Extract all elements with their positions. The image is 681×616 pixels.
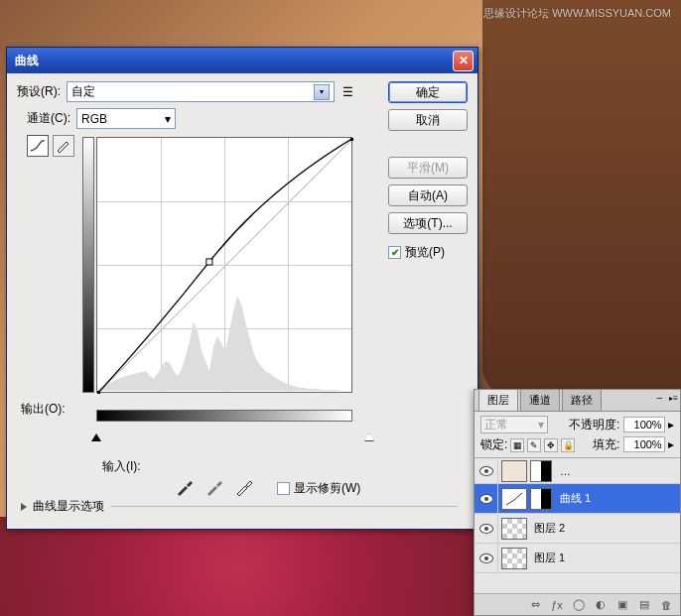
link-layers-icon[interactable]: ⇔: [527, 597, 543, 613]
dialog-titlebar[interactable]: 曲线 ✕: [7, 48, 477, 73]
curve-grid[interactable]: [96, 137, 352, 393]
layer-mask-icon[interactable]: ◯: [571, 597, 587, 613]
new-layer-icon[interactable]: ▤: [636, 597, 652, 613]
lock-transparency-icon[interactable]: ▦: [510, 438, 524, 452]
panel-minimize-icon[interactable]: –: [656, 392, 662, 403]
layer-row[interactable]: …: [475, 458, 680, 484]
visibility-toggle[interactable]: [475, 458, 498, 483]
layer-style-icon[interactable]: ƒx: [549, 597, 565, 613]
eye-icon: [479, 466, 493, 476]
dialog-title: 曲线: [11, 53, 453, 69]
opacity-field[interactable]: 100%: [623, 417, 665, 432]
lock-label: 锁定:: [480, 436, 507, 453]
svg-rect-2: [206, 259, 212, 265]
layer-mask-thumbnail: [530, 460, 552, 482]
chevron-down-icon: ▾: [314, 84, 330, 100]
delete-layer-icon[interactable]: 🗑: [658, 597, 674, 613]
panel-menu-icon[interactable]: ▸≡: [669, 394, 678, 403]
curve-pencil-tool[interactable]: [53, 135, 74, 157]
blend-mode-select[interactable]: 正常▾: [480, 416, 548, 433]
preset-value: 自定: [71, 83, 95, 100]
preview-label: 预览(P): [405, 244, 445, 261]
tab-channels[interactable]: 通道: [520, 389, 560, 411]
panel-footer: ⇔ ƒx ◯ ◐ ▣ ▤ 🗑: [475, 593, 680, 615]
layers-panel: 图层 通道 路径 – ▸≡ 正常▾ 不透明度: 100% ▸ 锁定: ▦ ✎ ✥…: [474, 389, 681, 616]
eye-icon: [479, 524, 493, 534]
output-gradient: [82, 137, 94, 393]
fill-label: 填充:: [593, 437, 619, 451]
svg-rect-1: [97, 391, 100, 394]
show-clipping-label: 显示修剪(W): [294, 480, 360, 497]
lock-all-icon[interactable]: 🔒: [561, 438, 575, 452]
close-button[interactable]: ✕: [453, 51, 474, 71]
options-button[interactable]: 选项(T)...: [388, 212, 468, 234]
layer-mask-thumbnail: [530, 488, 552, 510]
cancel-button[interactable]: 取消: [388, 109, 468, 131]
fill-field[interactable]: 100%: [623, 436, 665, 452]
layer-row[interactable]: 图层 2: [475, 514, 680, 544]
curve-point-tool[interactable]: [27, 135, 49, 157]
opacity-label: 不透明度:: [569, 418, 619, 431]
curve-line: [97, 138, 353, 394]
output-label: 输出(O):: [21, 401, 66, 418]
layer-name: 图层 1: [530, 551, 680, 565]
watermark-text: 思缘设计论坛 WWW.MISSYUAN.COM: [483, 6, 671, 21]
disclosure-label: 曲线显示选项: [33, 498, 104, 515]
preset-menu-icon[interactable]: ☰: [342, 85, 353, 99]
auto-button[interactable]: 自动(A): [388, 185, 468, 206]
channel-select[interactable]: RGB ▾: [76, 108, 176, 129]
layer-name: 曲线 1: [556, 491, 680, 506]
layer-name: …: [556, 465, 680, 477]
eyedropper-group: [176, 478, 253, 496]
adjustment-layer-icon[interactable]: ◐: [593, 597, 609, 613]
channel-label: 通道(C):: [27, 110, 70, 127]
visibility-toggle[interactable]: [475, 544, 498, 572]
pencil-icon: [56, 139, 71, 153]
curves-dialog: 曲线 ✕ 预设(R): 自定 ▾ ☰ 通道(C): RGB ▾: [6, 47, 478, 530]
chevron-down-icon: ▾: [165, 112, 171, 126]
svg-rect-3: [350, 138, 353, 141]
layer-row[interactable]: 图层 1: [475, 544, 680, 573]
disclosure-toggle[interactable]: [21, 503, 27, 511]
preview-checkbox[interactable]: ✔: [388, 246, 401, 259]
visibility-toggle[interactable]: [475, 484, 498, 513]
lock-position-icon[interactable]: ✥: [544, 438, 558, 452]
svg-line-0: [97, 138, 353, 394]
divider: [110, 506, 458, 507]
ok-button[interactable]: 确定: [388, 81, 468, 103]
curve-editor[interactable]: [96, 137, 369, 420]
new-group-icon[interactable]: ▣: [614, 597, 630, 613]
black-point-slider[interactable]: [91, 433, 101, 441]
layer-thumbnail: [501, 548, 527, 569]
layer-thumbnail: [501, 518, 527, 540]
chevron-right-icon[interactable]: ▸: [668, 437, 674, 451]
layer-row[interactable]: 曲线 1: [475, 484, 680, 514]
show-clipping-checkbox[interactable]: [277, 482, 290, 495]
lock-pixels-icon[interactable]: ✎: [527, 438, 541, 452]
channel-value: RGB: [81, 112, 107, 126]
chevron-down-icon: ▾: [538, 418, 544, 431]
chevron-right-icon[interactable]: ▸: [668, 418, 674, 431]
white-point-slider[interactable]: [364, 433, 374, 441]
eye-icon: [479, 494, 493, 504]
input-label: 输入(I):: [102, 458, 141, 475]
black-eyedropper-icon[interactable]: [176, 478, 194, 496]
layer-name: 图层 2: [530, 521, 680, 536]
curve-icon: [30, 139, 46, 153]
eye-icon: [479, 554, 493, 563]
preset-label: 预设(R):: [17, 83, 61, 100]
tab-layers[interactable]: 图层: [478, 389, 518, 411]
smooth-button: 平滑(M): [388, 157, 468, 179]
layer-thumbnail: [501, 460, 527, 482]
white-eyedropper-icon[interactable]: [235, 478, 253, 496]
gray-eyedropper-icon[interactable]: [205, 478, 223, 496]
adjustment-thumbnail: [501, 488, 527, 510]
tab-paths[interactable]: 路径: [562, 389, 602, 411]
dialog-body: 预设(R): 自定 ▾ ☰ 通道(C): RGB ▾: [7, 73, 477, 529]
input-gradient: [96, 410, 352, 422]
layer-list: … 曲线 1 图层 2 图层 1: [475, 457, 680, 573]
visibility-toggle[interactable]: [475, 514, 498, 543]
preset-select[interactable]: 自定 ▾: [67, 81, 335, 102]
